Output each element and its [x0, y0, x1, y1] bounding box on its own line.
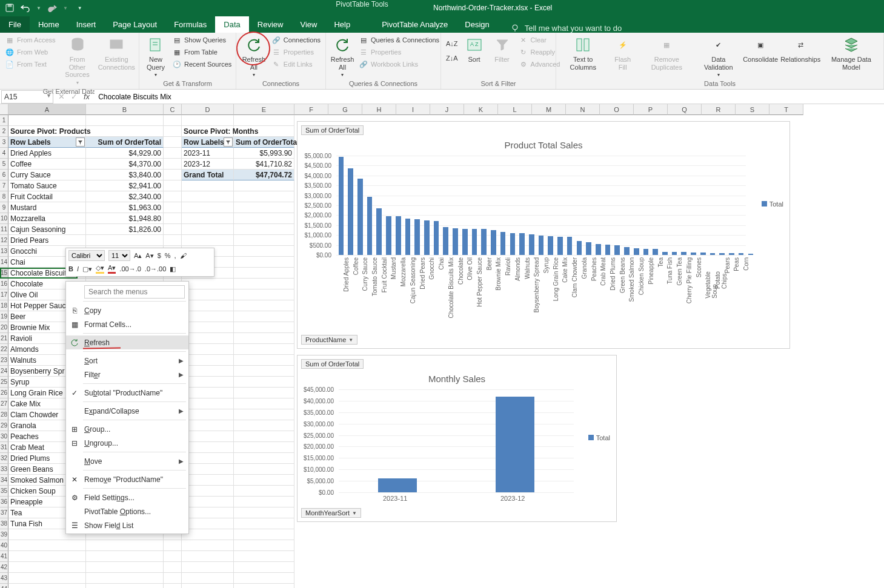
decrease-font-icon[interactable]: A▾ — [145, 252, 153, 260]
menu-remove[interactable]: ✕Remove "ProductName" — [66, 472, 188, 486]
workbook-links-button[interactable]: 🔗Workbook Links — [357, 58, 440, 70]
menu-group[interactable]: ⊞Group... — [66, 422, 188, 436]
tab-design[interactable]: Design — [456, 16, 497, 33]
row-header-23[interactable]: 23 — [0, 355, 8, 366]
from-other-sources-button[interactable]: From Other Sources▾ — [59, 34, 96, 87]
from-table-button[interactable]: ▦From Table — [171, 46, 233, 58]
font-color-icon[interactable]: A▾ — [108, 264, 116, 274]
menu-expand-collapse[interactable]: Expand/Collapse▶ — [66, 404, 188, 418]
row-header-30[interactable]: 30 — [0, 431, 8, 442]
row-header-21[interactable]: 21 — [0, 333, 8, 344]
chart-product-sales[interactable]: Sum of OrderTotal Product Total Sales $0… — [297, 121, 790, 349]
increase-font-icon[interactable]: A▴ — [134, 252, 142, 260]
row-header-36[interactable]: 36 — [0, 497, 8, 507]
advanced-button[interactable]: ⚙Advanced — [517, 58, 562, 70]
select-all-corner[interactable] — [0, 104, 8, 115]
existing-connections-button[interactable]: Existing Connections — [98, 34, 135, 72]
consolidate-button[interactable]: ▣Consolidate — [743, 34, 779, 65]
chart2-axis-field-pill[interactable]: MonthYearSort▼ — [301, 508, 361, 518]
row-header-34[interactable]: 34 — [0, 475, 8, 486]
properties-button[interactable]: ☰Properties — [270, 46, 322, 58]
mini-toolbar[interactable]: Calibri 11 A▴ A▾ $ % , 🖌 B I ▢▾ ◇▾ A▾ .0… — [65, 248, 214, 277]
row-header-27[interactable]: 27 — [0, 398, 8, 409]
clear-format-icon[interactable]: ◧ — [170, 265, 176, 273]
confirm-icon[interactable]: ✓ — [71, 92, 78, 101]
row-header-38[interactable]: 38 — [0, 518, 8, 529]
row-header-35[interactable]: 35 — [0, 486, 8, 497]
row-header-41[interactable]: 41 — [0, 551, 8, 562]
row-header-14[interactable]: 14 — [0, 257, 8, 268]
menu-search-input[interactable] — [84, 285, 185, 299]
col-header-D[interactable]: D — [182, 104, 234, 115]
tab-data[interactable]: Data — [215, 16, 248, 33]
tab-page-layout[interactable]: Page Layout — [104, 16, 165, 33]
recent-sources-button[interactable]: 🕑Recent Sources — [171, 58, 233, 70]
row-header-16[interactable]: 16 — [0, 279, 8, 289]
queries-connections-button[interactable]: ▤Queries & Connections — [357, 34, 440, 46]
row-header-19[interactable]: 19 — [0, 311, 8, 322]
row-header-39[interactable]: 39 — [0, 529, 8, 540]
tell-me-search[interactable]: Tell me what you want to do — [510, 23, 622, 33]
row-header-2[interactable]: 2 — [0, 126, 8, 137]
chevron-down-icon[interactable]: ▼ — [46, 93, 52, 99]
menu-format-cells[interactable]: ▦Format Cells... — [66, 317, 188, 331]
col-header-L[interactable]: L — [498, 104, 532, 115]
row-header-6[interactable]: 6 — [0, 170, 8, 180]
connections-button[interactable]: 🔗Connections — [270, 34, 322, 46]
menu-move[interactable]: Move▶ — [66, 454, 188, 468]
save-icon[interactable] — [5, 3, 15, 13]
chart1-value-field-pill[interactable]: Sum of OrderTotal — [301, 125, 364, 135]
row-header-28[interactable]: 28 — [0, 409, 8, 420]
tab-formulas[interactable]: Formulas — [165, 16, 215, 33]
fx-icon[interactable]: fx — [84, 92, 90, 101]
menu-sort[interactable]: Sort▶ — [66, 354, 188, 368]
row-header-20[interactable]: 20 — [0, 322, 8, 333]
row-header-5[interactable]: 5 — [0, 159, 8, 170]
borders-icon[interactable]: ▢▾ — [82, 265, 92, 273]
col-header-G[interactable]: G — [328, 104, 362, 115]
row-header-10[interactable]: 10 — [0, 213, 8, 224]
chart-monthly-sales[interactable]: Sum of OrderTotal Monthly Sales $0.00$5,… — [297, 355, 617, 522]
data-validation-button[interactable]: ✔Data Validation▾ — [697, 34, 740, 79]
formula-input[interactable] — [95, 90, 884, 104]
row-header-3[interactable]: 3 — [0, 137, 8, 148]
row-header-40[interactable]: 40 — [0, 540, 8, 551]
from-access-button[interactable]: ▦From Access — [4, 34, 57, 46]
col-header-M[interactable]: M — [532, 104, 566, 115]
col-header-A[interactable]: A — [8, 104, 86, 115]
chevron-down-icon[interactable]: ▼ — [352, 510, 357, 516]
row-header-13[interactable]: 13 — [0, 246, 8, 257]
increase-decimal-icon[interactable]: .00→.0 — [119, 265, 141, 273]
row-header-32[interactable]: 32 — [0, 453, 8, 464]
relationships-button[interactable]: ⇄Relationships — [780, 34, 820, 65]
format-painter-icon[interactable]: 🖌 — [180, 252, 187, 259]
col-header-F[interactable]: F — [294, 104, 328, 115]
row-header-44[interactable]: 44 — [0, 584, 8, 588]
row-header-7[interactable]: 7 — [0, 180, 8, 191]
row-header-18[interactable]: 18 — [0, 300, 8, 311]
clear-button[interactable]: ✕Clear — [517, 34, 562, 46]
col-header-R[interactable]: R — [702, 104, 736, 115]
col-header-I[interactable]: I — [396, 104, 430, 115]
menu-show-field-list[interactable]: ☰Show Field List — [66, 518, 188, 532]
manage-data-model-button[interactable]: Manage Data Model — [823, 34, 880, 72]
col-header-B[interactable]: B — [86, 104, 164, 115]
chart1-axis-field-pill[interactable]: ProductName▼ — [301, 335, 357, 345]
row-header-24[interactable]: 24 — [0, 366, 8, 377]
sort-button[interactable]: A Z Sort — [462, 34, 487, 65]
bold-icon[interactable]: B — [68, 265, 73, 273]
col-header-O[interactable]: O — [600, 104, 634, 115]
name-box[interactable]: A15▼ — [1, 90, 53, 104]
row-header-15[interactable]: 15 — [0, 268, 8, 279]
col-header-J[interactable]: J — [430, 104, 464, 115]
comma-format-icon[interactable]: , — [174, 252, 176, 259]
menu-subtotal[interactable]: ✓Subtotal "ProductName" — [66, 386, 188, 400]
font-size-select[interactable]: 11 — [108, 250, 130, 261]
chevron-down-icon[interactable]: ▼ — [348, 337, 353, 343]
col-header-T[interactable]: T — [769, 104, 803, 115]
text-to-columns-button[interactable]: Text to Columns — [560, 34, 607, 72]
accounting-format-icon[interactable]: $ — [158, 252, 161, 259]
col-header-N[interactable]: N — [566, 104, 600, 115]
row-header-37[interactable]: 37 — [0, 507, 8, 518]
tab-home[interactable]: Home — [30, 16, 68, 33]
